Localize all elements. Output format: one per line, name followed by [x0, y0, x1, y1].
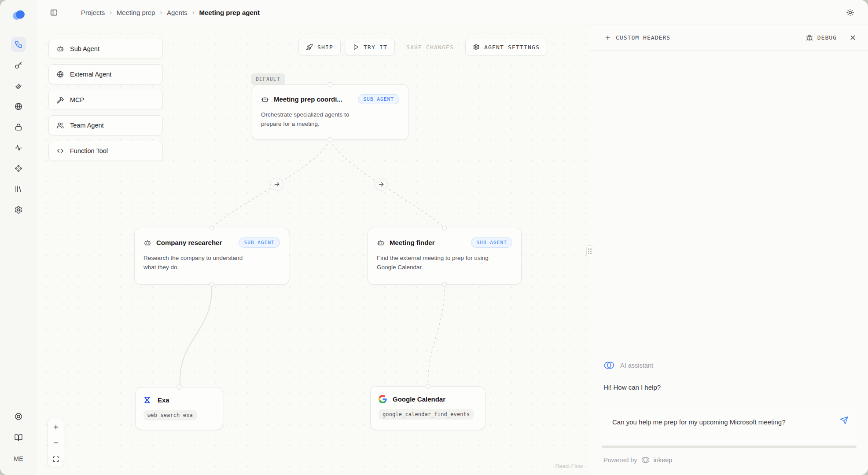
node-exa-tool[interactable]: Exa web_search_exa — [135, 387, 223, 430]
node-description: Orchestrate specialized agents to prepar… — [261, 110, 368, 129]
chat-area: AI assistant Hi! How can I help? Can you… — [590, 51, 868, 475]
tool-id-chip: web_search_exa — [143, 410, 197, 420]
canvas-toolbar: SHIP TRY IT SAVE CHANGES AGENT SETTINGS — [298, 39, 547, 55]
close-panel-button[interactable] — [849, 34, 857, 41]
node-meeting-prep-coordinator[interactable]: Meeting prep coordi... SUB AGENT Orchest… — [252, 84, 408, 140]
react-flow-attribution[interactable]: React Flow — [555, 463, 583, 469]
sub-agent-badge: SUB AGENT — [471, 238, 512, 248]
globe-icon — [56, 70, 64, 78]
rail-item-settings[interactable] — [11, 202, 26, 217]
chat-composer[interactable]: Can you help me prep for my upcoming Mic… — [601, 409, 857, 444]
breadcrumb-meeting-prep[interactable]: Meeting prep — [117, 9, 155, 16]
sidebar-toggle-button[interactable] — [47, 5, 61, 19]
rail-item-graph[interactable] — [11, 37, 26, 52]
zoom-in-button[interactable] — [48, 419, 64, 435]
custom-headers-button[interactable]: CUSTOM HEADERS — [604, 34, 670, 41]
components-icon — [14, 164, 23, 173]
node-description: Find the external meeting to prep for us… — [377, 254, 491, 272]
node-handle-bottom[interactable] — [328, 137, 333, 142]
gear-icon — [473, 44, 480, 51]
flow-canvas[interactable]: Sub Agent External Agent MCP Team Agent … — [37, 25, 590, 475]
breadcrumb-agents[interactable]: Agents — [167, 9, 188, 16]
node-title: Meeting prep coordi... — [274, 95, 342, 103]
inkeep-brand-label: inkeep — [654, 457, 673, 464]
node-title: Company researcher — [156, 239, 222, 246]
try-it-button[interactable]: TRY IT — [345, 39, 395, 55]
bot-icon — [56, 45, 64, 53]
powered-by-footer[interactable]: Powered by inkeep — [590, 448, 868, 475]
debug-label: DEBUG — [817, 34, 837, 41]
users-icon — [56, 121, 64, 129]
node-company-researcher[interactable]: Company researcher SUB AGENT Research th… — [134, 228, 289, 285]
node-title: Meeting finder — [390, 239, 435, 246]
ship-button[interactable]: SHIP — [298, 39, 341, 55]
code-icon — [56, 147, 64, 155]
send-button[interactable] — [840, 416, 849, 425]
rail-item-library[interactable] — [11, 182, 26, 197]
palette-item-sub-agent[interactable]: Sub Agent — [48, 39, 163, 59]
node-meeting-finder[interactable]: Meeting finder SUB AGENT Find the extern… — [368, 228, 522, 285]
rail-item-traces[interactable] — [11, 78, 26, 93]
arrow-right-icon — [274, 181, 280, 187]
user-avatar[interactable]: ME — [11, 451, 26, 466]
fit-view-button[interactable] — [48, 451, 64, 467]
globe-icon — [14, 102, 23, 111]
node-handle-top[interactable] — [442, 226, 447, 230]
chat-input[interactable]: Can you help me prep for my upcoming Mic… — [612, 417, 787, 428]
palette-item-label: Function Tool — [70, 147, 108, 154]
breadcrumb-projects[interactable]: Projects — [81, 9, 105, 16]
rail-item-external[interactable] — [11, 99, 26, 114]
debug-button[interactable]: DEBUG — [806, 34, 837, 41]
palette-item-label: External Agent — [70, 71, 111, 78]
node-handle-top[interactable] — [210, 226, 214, 230]
save-changes-button[interactable]: SAVE CHANGES — [399, 39, 461, 55]
google-logo-icon — [379, 395, 387, 403]
sub-agent-badge: SUB AGENT — [358, 94, 399, 104]
rail-nav — [11, 37, 26, 217]
agent-settings-button-label: AGENT SETTINGS — [484, 44, 540, 51]
node-handle-bottom[interactable] — [210, 282, 214, 287]
palette-item-mcp[interactable]: MCP — [48, 90, 163, 110]
key-icon — [14, 61, 23, 69]
send-icon — [840, 416, 849, 425]
palette-item-function-tool[interactable]: Function Tool — [48, 141, 163, 161]
breadcrumb: Projects › Meeting prep › Agents › Meeti… — [81, 9, 260, 16]
grip-dots-icon — [588, 248, 592, 254]
theme-toggle-button[interactable] — [842, 5, 857, 20]
rail-item-activity[interactable] — [11, 140, 26, 155]
rail-item-help[interactable] — [11, 409, 26, 424]
palette-item-label: Sub Agent — [70, 45, 99, 52]
rail-item-components[interactable] — [11, 161, 26, 176]
zoom-out-button[interactable] — [48, 435, 64, 451]
save-changes-button-label: SAVE CHANGES — [406, 44, 454, 51]
assistant-name: AI assistant — [620, 362, 653, 369]
maximize-icon — [52, 456, 59, 463]
node-google-calendar-tool[interactable]: Google Calendar google_calendar_find_eve… — [370, 386, 485, 430]
breadcrumb-current-page: Meeting prep agent — [199, 9, 260, 16]
rail-item-credentials[interactable] — [11, 120, 26, 135]
rail-item-docs[interactable] — [11, 430, 26, 445]
edge-arrow-marker — [270, 178, 283, 191]
arrow-right-icon — [378, 181, 384, 187]
hammer-icon — [56, 96, 64, 104]
play-icon — [352, 44, 359, 51]
try-it-panel: CUSTOM HEADERS DEBUG AI assistant Hi! Ho… — [590, 25, 868, 475]
node-handle-top[interactable] — [426, 384, 430, 389]
node-handle-top[interactable] — [328, 82, 333, 87]
bot-icon — [377, 239, 385, 247]
icon-rail: ME — [0, 0, 37, 475]
agent-settings-button[interactable]: AGENT SETTINGS — [465, 39, 547, 55]
tool-id-chip: google_calendar_find_events — [379, 409, 474, 420]
node-handle-bottom[interactable] — [442, 282, 447, 287]
panel-resize-handle[interactable] — [586, 245, 593, 257]
gear-icon — [14, 205, 23, 214]
node-handle-top[interactable] — [177, 385, 182, 390]
palette-item-team-agent[interactable]: Team Agent — [48, 115, 163, 135]
app-window: ME Projects › Meeting prep › Agents › Me… — [0, 0, 868, 475]
rail-item-api-keys[interactable] — [11, 58, 26, 73]
bug-icon — [806, 34, 813, 41]
breadcrumb-separator: › — [192, 9, 195, 16]
palette-item-external-agent[interactable]: External Agent — [48, 64, 163, 84]
top-bar: Projects › Meeting prep › Agents › Meeti… — [37, 0, 868, 25]
rail-bottom: ME — [11, 409, 26, 466]
